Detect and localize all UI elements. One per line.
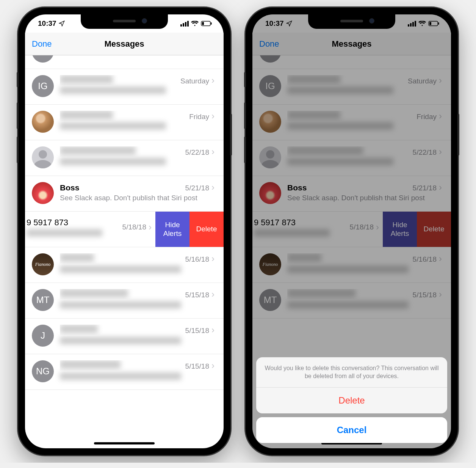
message-list[interactable]: IG Saturday › Friday › <box>25 55 224 448</box>
avatar <box>32 55 54 63</box>
avatar-photo <box>32 111 54 133</box>
battery-icon <box>201 21 212 26</box>
avatar-initials: J <box>32 325 54 347</box>
conversation-row[interactable]: 5/22/18 › <box>25 140 224 176</box>
chevron-right-icon: › <box>211 360 215 371</box>
message-date: 5/21/18 <box>185 184 209 192</box>
notch <box>308 14 395 29</box>
chevron-right-icon: › <box>149 222 152 232</box>
contact-name-blurred <box>60 325 98 333</box>
svg-rect-2 <box>211 22 212 25</box>
wifi-icon <box>191 21 199 27</box>
preview-blurred <box>27 229 102 237</box>
chevron-right-icon: › <box>211 75 215 86</box>
message-date: Friday <box>189 113 209 121</box>
message-date: 5/15/18 <box>185 362 209 371</box>
message-date: 5/18/18 <box>122 223 146 231</box>
home-indicator[interactable] <box>94 442 155 444</box>
phone-left: 10:37 Done Messages <box>18 8 230 455</box>
preview-blurred <box>60 337 181 344</box>
contact-name-blurred <box>60 75 113 83</box>
avatar-silhouette <box>32 146 54 168</box>
avatar-photo: Fianono <box>32 253 54 275</box>
chevron-right-icon: › <box>211 111 215 121</box>
screen-left: 10:37 Done Messages <box>25 14 224 448</box>
nav-title: Messages <box>25 39 224 49</box>
status-time: 10:37 <box>38 19 56 28</box>
conversation-row[interactable] <box>25 55 224 69</box>
contact-name-blurred <box>60 146 136 155</box>
preview-blurred <box>60 158 166 165</box>
avatar-initials: NG <box>32 360 54 382</box>
contact-name-blurred <box>60 289 128 297</box>
action-sheet: Would you like to delete this conversati… <box>256 357 447 443</box>
conversation-row[interactable]: Boss 5/21/18 › See Slack asap. Don't pub… <box>25 176 224 212</box>
location-icon <box>59 20 65 27</box>
contact-name-blurred <box>60 111 113 119</box>
message-date: Saturday <box>180 77 209 85</box>
contact-name-blurred <box>60 360 121 369</box>
chevron-right-icon: › <box>211 182 215 193</box>
chevron-right-icon: › <box>211 253 215 264</box>
svg-rect-1 <box>202 22 204 25</box>
avatar-initials: MT <box>32 289 54 311</box>
done-button[interactable]: Done <box>32 39 52 49</box>
message-date: 5/15/18 <box>185 327 209 335</box>
avatar-photo <box>32 182 54 204</box>
conversation-row[interactable]: NG 5/15/18 › <box>25 354 224 390</box>
nav-bar: Done Messages <box>25 33 224 55</box>
conversation-row[interactable]: IG Saturday › <box>25 69 224 105</box>
delete-button[interactable]: Delete <box>189 212 224 247</box>
cellular-icon <box>180 21 189 27</box>
preview-blurred <box>60 122 166 130</box>
contact-number: 9 5917 873 <box>27 218 122 228</box>
conversation-row[interactable]: Friday › <box>25 105 224 140</box>
hide-alerts-button[interactable]: Hide Alerts <box>155 212 189 247</box>
message-date: 5/15/18 <box>185 291 209 299</box>
sheet-message: Would you like to delete this conversati… <box>256 357 447 388</box>
conversation-row[interactable]: J 5/15/18 › <box>25 319 224 354</box>
conversation-row[interactable]: MT 5/15/18 › <box>25 283 224 319</box>
contact-name: Boss <box>60 183 185 192</box>
avatar-initials: IG <box>32 75 54 97</box>
preview-blurred <box>60 301 181 309</box>
conversation-row[interactable]: Fianono 5/16/18 › <box>25 247 224 283</box>
preview-blurred <box>60 265 181 273</box>
message-date: 5/22/18 <box>185 148 209 157</box>
chevron-right-icon: › <box>211 146 215 157</box>
message-preview: See Slack asap. Don't publish that Siri … <box>60 193 220 203</box>
message-date: 5/16/18 <box>185 255 209 264</box>
chevron-right-icon: › <box>211 325 215 335</box>
sheet-delete-button[interactable]: Delete <box>256 388 447 413</box>
preview-blurred <box>60 372 181 380</box>
phone-right: 10:37 Done Messages <box>246 8 458 455</box>
contact-name-blurred <box>60 253 94 262</box>
screen-right: 10:37 Done Messages <box>252 14 451 448</box>
notch <box>81 14 168 29</box>
chevron-right-icon: › <box>211 289 215 300</box>
sheet-cancel-button[interactable]: Cancel <box>256 417 447 443</box>
conversation-row-swiped[interactable]: 9 5917 873 5/18/18 › Hide Alerts Delete <box>25 212 224 247</box>
preview-blurred <box>60 86 166 94</box>
swipe-actions: Hide Alerts Delete <box>155 212 224 247</box>
